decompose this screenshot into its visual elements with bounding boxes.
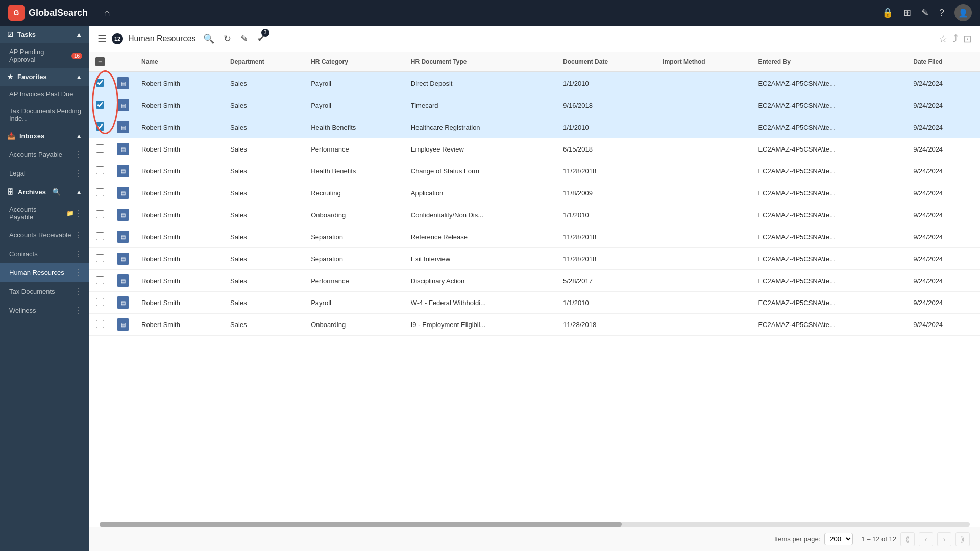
row-checkbox-cell[interactable] [89,72,111,94]
sidebar-item-archive-wellness[interactable]: Wellness ⋮ [0,301,89,320]
sidebar-item-ap-pending[interactable]: AP Pending Approval 16 [0,43,89,68]
archive-wellness-more-icon[interactable]: ⋮ [74,306,82,315]
row-name: Robert Smith [135,138,224,160]
row-hr-category: Health Benefits [305,116,405,138]
row-checkbox-cell[interactable] [89,314,111,336]
last-page-button[interactable]: ⟫ [955,532,970,546]
row-checkbox[interactable] [96,232,104,240]
row-checkbox[interactable] [96,298,104,306]
ap-pending-badge: 16 [71,53,82,59]
pagination-info: 1 – 12 of 12 [861,535,896,543]
row-hr-doc-type: I9 - Employment Eligibil... [405,314,557,336]
archive-ar-more-icon[interactable]: ⋮ [74,230,82,240]
row-hr-doc-type: Employee Review [405,138,557,160]
row-checkbox[interactable] [96,144,104,153]
tasks-label: Tasks [17,31,36,38]
select-all-checkbox[interactable]: − [95,57,105,66]
edit-button[interactable]: ✎ [238,31,250,46]
row-hr-doc-type: Healthcare Registration [405,116,557,138]
row-checkbox-cell[interactable] [89,94,111,116]
archive-ap-more-icon[interactable]: ⋮ [74,209,82,218]
row-checkbox-cell[interactable] [89,226,111,248]
tasks-icon: ☑ [7,31,13,38]
archive-tax-more-icon[interactable]: ⋮ [74,287,82,296]
sidebar-item-inbox-legal[interactable]: Legal ⋮ [0,164,89,183]
inbox-legal-more-icon[interactable]: ⋮ [74,168,82,178]
row-import-method [656,226,752,248]
row-checkbox[interactable] [96,166,104,174]
row-hr-doc-type: Exit Interview [405,248,557,270]
first-page-button[interactable]: ⟪ [900,532,915,546]
row-checkbox-cell[interactable] [89,116,111,138]
star-toolbar-icon[interactable]: ☆ [939,33,948,45]
sidebar-item-tax-docs[interactable]: Tax Documents Pending Inde... [0,103,89,127]
menu-icon[interactable]: ☰ [97,33,107,45]
archives-search-icon[interactable]: 🔍 [52,188,61,196]
row-checkbox[interactable] [96,122,104,131]
horizontal-scrollbar[interactable] [100,522,970,527]
row-doc-date: 11/28/2018 [557,314,656,336]
row-import-method [656,138,752,160]
row-department: Sales [224,204,305,226]
refresh-button[interactable]: ↻ [222,31,233,46]
help-icon[interactable]: ? [939,8,944,18]
table-row: ▤ Robert Smith Sales Separation Referenc… [89,226,980,248]
avatar[interactable]: 👤 [954,4,972,21]
row-checkbox-cell[interactable] [89,138,111,160]
sidebar-tasks-header[interactable]: ☑ Tasks ▲ [0,26,89,43]
sidebar-item-archive-contracts[interactable]: Contracts ⋮ [0,244,89,263]
row-checkbox-cell[interactable] [89,292,111,314]
prev-page-button[interactable]: ‹ [919,532,933,546]
search-button[interactable]: 🔍 [201,31,216,46]
lock-icon[interactable]: 🔒 [882,7,893,18]
row-checkbox[interactable] [96,101,104,109]
next-page-button[interactable]: › [937,532,951,546]
app-logo[interactable]: G GlobalSearch [8,5,88,21]
row-hr-category: Onboarding [305,314,405,336]
archive-hr-more-icon[interactable]: ⋮ [74,268,82,278]
row-checkbox[interactable] [96,276,104,284]
archive-contracts-more-icon[interactable]: ⋮ [74,249,82,259]
layout-toolbar-icon[interactable]: ⊡ [963,33,972,45]
home-button[interactable]: ⌂ [104,7,110,19]
row-department: Sales [224,138,305,160]
row-icon-cell: ▤ [111,116,135,138]
grid-icon[interactable]: ⊞ [903,7,911,18]
sidebar-archives-header[interactable]: 🗄 Archives 🔍 ▲ [0,183,89,201]
sidebar-item-archive-ar[interactable]: Accounts Receivable ⋮ [0,226,89,244]
row-icon-cell: ▤ [111,226,135,248]
row-checkbox-cell[interactable] [89,160,111,182]
document-icon: ▤ [117,274,129,287]
row-checkbox[interactable] [96,210,104,218]
row-doc-date: 11/28/2018 [557,248,656,270]
row-checkbox[interactable] [96,188,104,196]
tab-count-badge: 12 [112,33,123,44]
edit-nav-icon[interactable]: ✎ [921,7,929,18]
archive-ap-label: Accounts Payable [9,206,62,221]
row-checkbox-cell[interactable] [89,270,111,292]
row-department: Sales [224,314,305,336]
sidebar-item-ap-invoices[interactable]: AP Invoices Past Due [0,86,89,103]
sidebar-favorites-header[interactable]: ★ Favorites ▲ [0,68,89,86]
row-checkbox-cell[interactable] [89,204,111,226]
table-header-row: − Name Department HR Category HR Documen… [89,52,980,72]
sidebar-item-inbox-ap[interactable]: Accounts Payable ⋮ [0,145,89,164]
row-doc-date: 5/28/2017 [557,270,656,292]
sidebar-item-archive-ap[interactable]: Accounts Payable 📁 ⋮ [0,201,89,226]
document-icon: ▤ [117,296,129,309]
row-checkbox-cell[interactable] [89,248,111,270]
row-checkbox-cell[interactable] [89,182,111,204]
sidebar-item-archive-hr[interactable]: Human Resources ⋮ [0,263,89,282]
row-department: Sales [224,94,305,116]
table-row: ▤ Robert Smith Sales Payroll Timecard 9/… [89,94,980,116]
document-icon: ▤ [117,121,129,133]
share-toolbar-icon[interactable]: ⤴ [953,33,958,44]
row-checkbox[interactable] [96,254,104,262]
row-checkbox[interactable] [96,79,104,87]
inbox-ap-more-icon[interactable]: ⋮ [74,149,82,159]
sidebar-item-archive-tax[interactable]: Tax Documents ⋮ [0,282,89,301]
row-checkbox[interactable] [96,320,104,328]
items-per-page-select[interactable]: 50 100 200 500 [824,533,853,545]
main-layout: ☑ Tasks ▲ AP Pending Approval 16 ★ Favor… [0,26,980,551]
sidebar-inboxes-header[interactable]: 📥 Inboxes ▲ [0,127,89,145]
